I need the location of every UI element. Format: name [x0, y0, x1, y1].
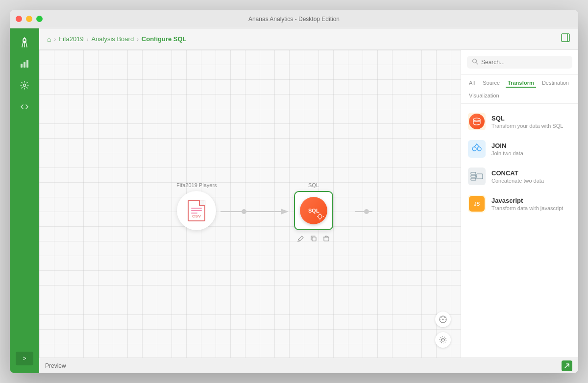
breadcrumb-sep-2: › [87, 36, 89, 42]
panel-toggle-button[interactable] [561, 33, 570, 45]
svg-rect-5 [562, 34, 569, 42]
panel-item-javascript[interactable]: JS Javascript Transform data with javasc… [461, 190, 578, 217]
panel-tabs: All Source Transform Destination Visuali… [461, 75, 578, 104]
compass-button[interactable] [435, 311, 451, 327]
csv-node-label: Fifa2019 Players [176, 182, 217, 188]
join-panel-title: JOIN [491, 142, 571, 149]
breadcrumb: ⌂ › Fifa2019 › Analysis Board › Configur… [47, 35, 187, 43]
svg-point-9 [242, 209, 246, 214]
breadcrumb-sep-3: › [137, 36, 139, 42]
panel-item-concat[interactable]: CONCAT Concatenate two data [461, 163, 578, 190]
svg-point-37 [442, 339, 443, 340]
panel-item-sql[interactable]: SQL Transform your data with SQL [461, 108, 578, 135]
csv-icon: CSV [188, 200, 205, 221]
search-area [461, 50, 578, 75]
app-body: > ⌂ › Fifa2019 › Analysis Board › Config… [10, 28, 578, 373]
sql-panel-title: SQL [491, 115, 571, 122]
zoom-button[interactable] [435, 332, 451, 348]
sidebar: > [10, 28, 39, 373]
sql-node-label: SQL [308, 182, 319, 188]
svg-point-43 [472, 147, 476, 151]
content-area: ⌂ › Fifa2019 › Analysis Board › Configur… [39, 28, 578, 373]
concat-panel-text: CONCAT Concatenate two data [491, 169, 571, 184]
svg-rect-1 [21, 64, 23, 68]
sidebar-icon-logo[interactable] [15, 32, 34, 52]
svg-point-25 [442, 319, 444, 320]
sql-panel-icon [468, 113, 486, 130]
sql-node-icon: SQL [300, 197, 327, 224]
preview-button[interactable] [562, 360, 572, 371]
js-panel-title: Javascript [491, 197, 571, 204]
svg-line-40 [476, 63, 478, 65]
svg-rect-48 [471, 175, 476, 177]
close-button[interactable] [16, 16, 22, 22]
minimize-button[interactable] [26, 16, 32, 22]
sql-node[interactable]: SQL SQL [294, 182, 333, 243]
breadcrumb-item-fifa[interactable]: Fifa2019 [59, 35, 84, 43]
csv-node-circle[interactable]: CSV [177, 191, 216, 230]
tab-destination[interactable]: Destination [540, 79, 571, 88]
svg-line-45 [474, 144, 477, 147]
svg-rect-2 [24, 62, 25, 68]
join-panel-icon [468, 140, 486, 158]
window-controls [16, 16, 43, 22]
svg-rect-19 [324, 237, 329, 241]
main-content: Fifa2019 Players CSV [39, 50, 578, 358]
wrench-icon[interactable] [297, 235, 304, 243]
canvas-svg [39, 50, 461, 358]
csv-node[interactable]: Fifa2019 Players CSV [176, 182, 217, 230]
svg-point-4 [24, 84, 26, 87]
sidebar-icon-code[interactable] [15, 97, 34, 117]
svg-point-13 [318, 215, 322, 218]
breadcrumb-home[interactable]: ⌂ [47, 35, 51, 43]
sidebar-icon-chart[interactable] [15, 54, 34, 73]
canvas-controls [435, 311, 451, 348]
concat-panel-desc: Concatenate two data [491, 178, 571, 184]
right-panel: All Source Transform Destination Visuali… [461, 50, 578, 358]
svg-rect-50 [477, 174, 483, 179]
svg-rect-47 [471, 172, 476, 174]
breadcrumb-item-sql[interactable]: Configure SQL [142, 35, 187, 43]
svg-line-32 [444, 317, 445, 318]
delete-icon[interactable] [323, 235, 330, 243]
search-input[interactable] [481, 59, 567, 66]
header: ⌂ › Fifa2019 › Analysis Board › Configur… [39, 28, 578, 50]
tab-transform[interactable]: Transform [506, 79, 536, 88]
concat-panel-title: CONCAT [491, 169, 571, 177]
svg-rect-49 [471, 178, 476, 180]
search-icon [472, 58, 478, 66]
svg-rect-18 [312, 237, 316, 241]
search-wrap[interactable] [467, 56, 572, 69]
svg-line-31 [444, 321, 445, 322]
svg-point-41 [473, 118, 480, 121]
sql-node-square[interactable]: SQL [294, 191, 333, 230]
join-panel-text: JOIN Join two data [491, 142, 571, 156]
js-panel-icon: JS [468, 195, 486, 213]
app-window: Ananas Analytics - Desktop Edition [10, 10, 578, 373]
panel-item-join[interactable]: JOIN Join two data [461, 135, 578, 163]
svg-point-36 [441, 339, 442, 340]
panel-items: SQL Transform your data with SQL [461, 104, 578, 358]
breadcrumb-item-board[interactable]: Analysis Board [91, 35, 134, 43]
maximize-button[interactable] [36, 16, 43, 22]
sidebar-collapse-button[interactable]: > [16, 352, 33, 365]
node-actions [297, 235, 330, 243]
svg-rect-3 [26, 60, 28, 68]
tab-source[interactable]: Source [481, 79, 502, 88]
breadcrumb-sep-1: › [54, 36, 56, 42]
preview-bar: Preview [39, 358, 578, 373]
tab-visualization[interactable]: Visualization [467, 92, 501, 99]
js-panel-desc: Transform data with javascript [491, 205, 571, 211]
copy-icon[interactable] [310, 235, 317, 243]
window-title: Ananas Analytics - Desktop Edition [248, 16, 340, 23]
tab-all[interactable]: All [467, 79, 477, 88]
js-panel-text: Javascript Transform data with javascrip… [491, 197, 571, 211]
preview-label: Preview [45, 362, 66, 369]
svg-point-11 [364, 209, 369, 214]
svg-point-38 [444, 339, 445, 340]
canvas[interactable]: Fifa2019 Players CSV [39, 50, 461, 358]
titlebar: Ananas Analytics - Desktop Edition [10, 10, 578, 28]
sidebar-icon-settings[interactable] [15, 75, 34, 95]
sql-panel-text: SQL Transform your data with SQL [491, 115, 571, 129]
join-panel-desc: Join two data [491, 150, 571, 156]
